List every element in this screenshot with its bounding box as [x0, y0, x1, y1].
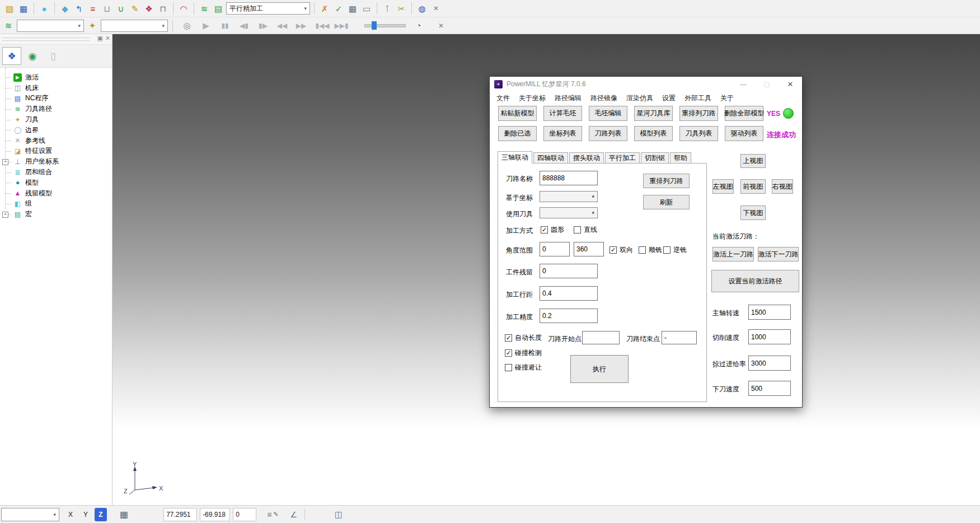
- paste-new-model-button[interactable]: 粘贴新模型: [498, 106, 537, 121]
- tab-swivel-head[interactable]: 摆头联动: [569, 152, 604, 164]
- mode-circle-checkbox[interactable]: 圆形: [541, 225, 564, 235]
- tree-item-tools[interactable]: ✦ 刀具: [0, 114, 112, 125]
- stepover-input[interactable]: [540, 286, 598, 301]
- tab-4axis[interactable]: 四轴联动: [533, 152, 568, 164]
- start-point-input[interactable]: [582, 331, 620, 344]
- statusbar-combo[interactable]: ▾: [1, 508, 59, 521]
- menu-settings[interactable]: 设置: [658, 94, 680, 103]
- go-to-end-icon[interactable]: ▶▶▮: [333, 20, 350, 32]
- ruler-icon[interactable]: ▭: [360, 2, 373, 15]
- bidir-checkbox[interactable]: 双向: [609, 245, 633, 255]
- collision-avoid-checkbox[interactable]: 碰撞避让: [505, 363, 542, 372]
- menu-path-mirror[interactable]: 路径镜像: [586, 94, 622, 103]
- toolpath-strategy-icon[interactable]: ≋: [198, 2, 210, 15]
- panel-toggle-icon[interactable]: ◫: [335, 510, 343, 520]
- minimize-button[interactable]: —: [732, 77, 755, 91]
- viewmill-icon[interactable]: ●: [38, 2, 50, 15]
- view-left-button[interactable]: 左视图: [712, 179, 734, 194]
- coord-list-button[interactable]: 坐标列表: [543, 126, 582, 141]
- explorer-globe-tab[interactable]: ◉: [23, 47, 42, 65]
- tab-parallel[interactable]: 平行加工: [605, 152, 640, 164]
- tool-library-button[interactable]: 星河刀具库: [634, 106, 673, 121]
- expand-icon[interactable]: +: [2, 159, 8, 165]
- tree-item-boundaries[interactable]: ◯ 边界: [0, 125, 112, 136]
- angle-from-input[interactable]: [540, 242, 570, 256]
- model-list-button[interactable]: 模型列表: [634, 126, 673, 141]
- view-top-button[interactable]: 上视图: [740, 154, 766, 168]
- view-front-button[interactable]: 前视图: [740, 179, 766, 194]
- explorer-trash-tab[interactable]: ▯: [44, 47, 63, 65]
- drive-list-button[interactable]: 驱动列表: [725, 126, 763, 141]
- menu-about-coords[interactable]: 关于坐标: [514, 94, 550, 103]
- machining-strategy-combo[interactable]: 平行精加工 ▾: [226, 2, 310, 15]
- boundary-icon[interactable]: ∪: [115, 2, 127, 15]
- reorder-toolpaths-button-2[interactable]: 重排列刀路: [643, 174, 690, 188]
- tree-item-patterns[interactable]: ✕ 参考线: [0, 136, 112, 146]
- tab-help[interactable]: 帮助: [670, 152, 691, 164]
- tab-3axis[interactable]: 三轴联动: [498, 151, 532, 164]
- tree-item-stock-models[interactable]: ▲ 残留模型: [0, 188, 112, 199]
- simulation-icon[interactable]: ≋: [2, 20, 15, 32]
- delete-selected-button[interactable]: 删除已选: [498, 126, 537, 141]
- go-to-start-icon[interactable]: ▮◀◀: [314, 20, 331, 32]
- axis-z-button[interactable]: Z: [95, 508, 107, 521]
- set-active-path-button[interactable]: 设置当前激活路径: [711, 270, 799, 292]
- tree-item-feature-sets[interactable]: ◪ 特征设置: [0, 146, 112, 157]
- sim-toolpath-combo[interactable]: ▾: [17, 20, 84, 32]
- menu-path-edit[interactable]: 路径编辑: [550, 94, 586, 103]
- skim-feed-input[interactable]: [748, 356, 791, 371]
- tree-item-levels-and-sets[interactable]: ≣ 层和组合: [0, 167, 112, 178]
- block-icon[interactable]: ◆: [59, 2, 71, 15]
- delete-tool-icon[interactable]: ✗: [318, 2, 331, 15]
- coord-combo[interactable]: ▾: [540, 191, 598, 202]
- calculator-icon[interactable]: ▦: [346, 2, 359, 15]
- menu-file[interactable]: 文件: [492, 94, 514, 103]
- collision-check-checkbox[interactable]: 碰撞检测: [505, 348, 542, 358]
- stock-input[interactable]: [540, 264, 598, 278]
- play-icon[interactable]: ▶: [200, 20, 212, 32]
- strategy-list-icon[interactable]: ▤: [212, 2, 224, 15]
- cut-icon[interactable]: ✂: [395, 2, 407, 15]
- pause-icon[interactable]: ▮▮: [219, 20, 231, 32]
- calc-stock-button[interactable]: 计算毛坯: [543, 106, 582, 121]
- tree-item-workplanes[interactable]: + ⊥ 用户坐标系: [0, 156, 112, 167]
- climb-checkbox[interactable]: 顺铣: [639, 245, 662, 255]
- conventional-checkbox[interactable]: 逆铣: [663, 245, 687, 255]
- axis-y-button[interactable]: Y: [79, 508, 92, 521]
- fast-forward-icon[interactable]: ▶▶: [295, 20, 307, 32]
- maximize-button[interactable]: ▢: [755, 77, 779, 91]
- toolpath-move-icon[interactable]: ↰: [73, 2, 85, 15]
- angle-icon[interactable]: ∠: [290, 510, 298, 519]
- menu-about[interactable]: 关于: [716, 94, 738, 103]
- delete-all-models-button[interactable]: 删除全部模型: [725, 106, 763, 121]
- stock-edit-button[interactable]: 毛坯编辑: [589, 106, 627, 121]
- dock-close-icon[interactable]: ✕: [105, 35, 110, 42]
- dock-restore-icon[interactable]: ▣: [97, 35, 102, 42]
- close-sim-toolbar-icon[interactable]: ✕: [435, 20, 447, 32]
- save-project-icon[interactable]: ▦: [17, 2, 30, 15]
- activate-next-toolpath-button[interactable]: 激活下一刀路: [758, 247, 799, 262]
- refresh-button[interactable]: 刷新: [643, 195, 690, 209]
- tree-item-macros[interactable]: + ▤ 宏: [0, 209, 112, 220]
- sim-tool-combo[interactable]: ▾: [101, 20, 168, 32]
- points-icon[interactable]: ❖: [143, 2, 155, 15]
- execute-button[interactable]: 执行: [570, 355, 629, 383]
- expand-icon[interactable]: +: [2, 212, 8, 218]
- sim-tool-icon[interactable]: ✦: [86, 20, 99, 32]
- grid-icon[interactable]: ▦: [120, 509, 128, 520]
- end-point-input[interactable]: [662, 331, 697, 344]
- tree-item-machine-tools[interactable]: ◫ 机床: [0, 83, 112, 94]
- view-bottom-button[interactable]: 下视图: [740, 206, 766, 220]
- dialog-titlebar[interactable]: ✦ PowerMILL 忆梦星河 7.0.6 — ▢ ✕: [490, 77, 802, 91]
- tree-item-activate[interactable]: ▶ 激活: [0, 72, 112, 83]
- tool-holder-icon[interactable]: ◠: [177, 2, 190, 15]
- auto-length-checkbox[interactable]: 自动长度: [505, 333, 542, 343]
- pattern-icon[interactable]: ✎: [129, 2, 141, 15]
- pencil-icon[interactable]: ✎: [273, 511, 278, 518]
- slider-knob[interactable]: [372, 21, 377, 30]
- close-toolbar-icon[interactable]: ✕: [430, 2, 442, 15]
- feature-set-icon[interactable]: ⊓: [157, 2, 169, 15]
- plunge-feed-input[interactable]: [748, 381, 791, 396]
- levels-icon[interactable]: ≡: [87, 2, 99, 15]
- tool-combo[interactable]: ▾: [540, 207, 598, 218]
